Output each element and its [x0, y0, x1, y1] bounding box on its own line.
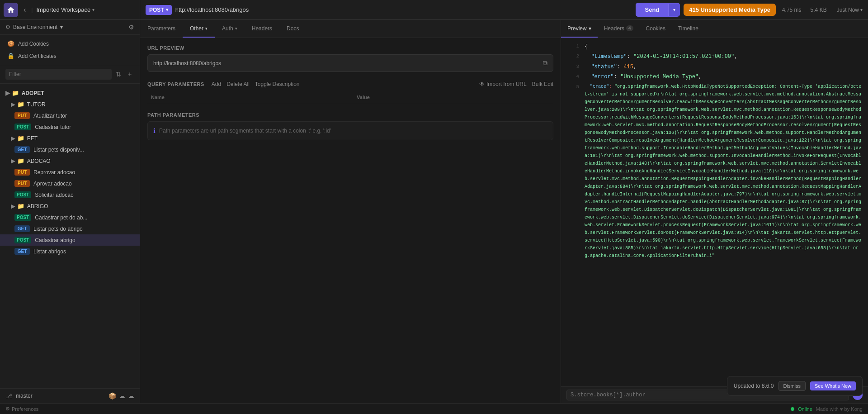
- dismiss-button[interactable]: Dismiss: [778, 381, 806, 391]
- timestamp-chevron-icon: ▾: [860, 7, 863, 12]
- query-params-label: QUERY PARAMETERS: [147, 81, 204, 87]
- whats-new-button[interactable]: See What's New: [810, 381, 856, 390]
- pref-icon: ⚙: [5, 406, 10, 412]
- tab-docs[interactable]: Docs: [279, 20, 306, 38]
- request-cadastrar-tutor[interactable]: POST Cadastrar tutor: [0, 121, 140, 133]
- env-bar: ⚙ Base Environment ▾ ⚙: [0, 20, 140, 35]
- send-button-group: Send ▾: [636, 3, 680, 17]
- copy-url-button[interactable]: ⧉: [543, 59, 547, 67]
- method-tag-get: GET: [14, 146, 30, 153]
- group-abrigo[interactable]: ▶ 📁 ABRIGO: [0, 200, 140, 212]
- path-params-label: PATH PARAMETERS: [147, 112, 553, 118]
- path-params-hint-text: Path parameters are url path segments th…: [159, 128, 331, 134]
- env-selector[interactable]: ⚙ Base Environment ▾: [5, 24, 125, 30]
- status-right: Online Made with ♥ by Kong: [791, 406, 863, 412]
- method-tag-post: POST: [14, 237, 31, 243]
- delete-all-params-button[interactable]: Delete All: [226, 81, 250, 87]
- sync-icons: 📦 ☁ ☁: [108, 392, 134, 400]
- tab-parameters[interactable]: Parameters: [140, 20, 183, 38]
- main-content: ⚙ Base Environment ▾ ⚙ 🍪 Add Cookies 🔒 A…: [0, 20, 868, 403]
- top-bar-left: ‹ | Imported Workspace ▾: [0, 0, 140, 19]
- group-tutor[interactable]: ▶ 📁 TUTOR: [0, 99, 140, 110]
- method-tag-post: POST: [14, 124, 31, 130]
- request-content: URL PREVIEW http://localhost:8080/abrigo…: [140, 38, 561, 403]
- branch-name: master: [16, 393, 33, 399]
- request-cadastrar-abrigo[interactable]: POST Cadastrar abrigo: [0, 234, 140, 246]
- method-tag-put: PUT: [14, 169, 30, 176]
- sidebar-tools: 🍪 Add Cookies 🔒 Add Certificates: [0, 35, 140, 65]
- json-line: 2 "timestamp": "2024-01-19T14:01:57.021+…: [561, 52, 868, 62]
- tab-timeline-response[interactable]: Timeline: [672, 20, 705, 38]
- import-from-url-button[interactable]: 👁 Import from URL: [479, 81, 527, 87]
- git-push-icon[interactable]: ☁: [128, 392, 134, 400]
- json-line: 1 {: [561, 42, 868, 52]
- nav-back-button[interactable]: ‹: [22, 4, 28, 16]
- toggle-description-button[interactable]: Toggle Description: [255, 81, 300, 87]
- top-bar: ‹ | Imported Workspace ▾ POST ▾ Send ▾ 4…: [0, 0, 868, 20]
- collection-tree: ▶ 📁 ADOPET ▶ 📁 TUTOR PUT Atualizar tutor…: [0, 84, 140, 388]
- request-listar-pets-abrigo[interactable]: GET Listar pets do abrigo: [0, 223, 140, 234]
- tab-headers[interactable]: Headers: [245, 20, 279, 38]
- request-atualizar-tutor[interactable]: PUT Atualizar tutor: [0, 110, 140, 121]
- timestamp[interactable]: Just Now ▾: [837, 7, 863, 13]
- request-reprovar-adocao[interactable]: PUT Reprovar adocao: [0, 167, 140, 178]
- add-param-button[interactable]: Add: [212, 81, 221, 87]
- right-panel: Preview ▾ Headers 4 Cookies Timeline 1 {…: [561, 20, 868, 403]
- preferences-button[interactable]: ⚙ Preferences: [5, 406, 38, 412]
- cloud-sync-icon[interactable]: ☁: [119, 392, 125, 400]
- tab-auth[interactable]: Auth ▾: [215, 20, 245, 38]
- tab-preview[interactable]: Preview ▾: [561, 20, 598, 38]
- env-chevron-icon: ▾: [60, 24, 63, 30]
- tab-headers-response[interactable]: Headers 4: [598, 20, 640, 38]
- method-selector[interactable]: POST ▾: [146, 5, 172, 15]
- bulk-edit-button[interactable]: Bulk Edit: [532, 81, 553, 87]
- method-tag-post: POST: [14, 191, 31, 198]
- tab-auth-chevron-icon: ▾: [235, 26, 237, 31]
- group-adocao[interactable]: ▶ 📁 ADOCAO: [0, 155, 140, 167]
- update-text: Updated to 8.6.0: [734, 383, 774, 389]
- workspace-selector[interactable]: Imported Workspace ▾: [36, 6, 94, 13]
- status-badge: 415 Unsupported Media Type: [684, 4, 776, 16]
- env-icon: ⚙: [5, 24, 10, 30]
- online-status-text: Online: [798, 406, 812, 412]
- filter-sort-button[interactable]: ⇅: [114, 69, 123, 79]
- eye-icon: 👁: [479, 81, 485, 87]
- query-params-table: Name Value: [147, 92, 553, 103]
- send-dropdown-button[interactable]: ▾: [668, 4, 680, 16]
- request-listar-pets[interactable]: GET Listar pets disponiv...: [0, 144, 140, 155]
- group-pet[interactable]: ▶ 📁 PET: [0, 133, 140, 144]
- method-tag-put: PUT: [14, 112, 30, 119]
- headers-count-badge: 4: [626, 25, 633, 31]
- env-settings-button[interactable]: ⚙: [128, 24, 134, 31]
- folder-icon: ▶ 📁: [11, 203, 24, 209]
- status-bar: ⚙ Preferences Online Made with ♥ by Kong: [0, 403, 868, 414]
- add-certificates-item[interactable]: 🔒 Add Certificates: [5, 51, 134, 61]
- filter-add-button[interactable]: ＋: [125, 69, 134, 80]
- request-listar-abrigos[interactable]: GET Listar abrigos: [0, 246, 140, 257]
- url-input[interactable]: [175, 6, 632, 13]
- url-preview-box: http://localhost:8080/abrigos ⧉: [147, 54, 553, 72]
- update-notification: Updated to 8.6.0 Dismiss See What's New: [727, 376, 863, 396]
- method-tag-post: POST: [14, 214, 31, 221]
- folder-icon: ▶ 📁: [11, 157, 24, 164]
- group-adopet[interactable]: ▶ 📁 ADOPET: [0, 87, 140, 99]
- json-line: 4 "error": "Unsupported Media Type",: [561, 72, 868, 82]
- path-params-section: PATH PARAMETERS ℹ Path parameters are ur…: [147, 112, 553, 140]
- response-tabs-bar: Preview ▾ Headers 4 Cookies Timeline: [561, 20, 868, 38]
- sidebar-footer: ⎇ master 📦 ☁ ☁: [0, 388, 140, 403]
- request-solicitar-adocao[interactable]: POST Solicitar adocao: [0, 189, 140, 200]
- request-aprovar-adocao[interactable]: PUT Aprovar adocao: [0, 178, 140, 189]
- response-body: 1 { 2 "timestamp": "2024-01-19T14:01:57.…: [561, 38, 868, 386]
- home-button[interactable]: [4, 3, 18, 17]
- json-line: 5 "trace": "org.springframework.web.Http…: [561, 82, 868, 260]
- send-button[interactable]: Send: [636, 3, 668, 17]
- url-bar: POST ▾ Send ▾ 415 Unsupported Media Type…: [140, 3, 868, 17]
- param-value-header: Value: [353, 92, 553, 103]
- request-cadastrar-pet-abrigo[interactable]: POST Cadastrar pet do ab...: [0, 212, 140, 223]
- local-sync-icon[interactable]: 📦: [108, 392, 116, 400]
- add-cookies-item[interactable]: 🍪 Add Cookies: [5, 38, 134, 49]
- tab-cookies-response[interactable]: Cookies: [640, 20, 672, 38]
- filter-input[interactable]: [5, 69, 112, 80]
- tab-other[interactable]: Other ▾: [183, 20, 215, 38]
- path-params-hint-box: ℹ Path parameters are url path segments …: [147, 121, 553, 140]
